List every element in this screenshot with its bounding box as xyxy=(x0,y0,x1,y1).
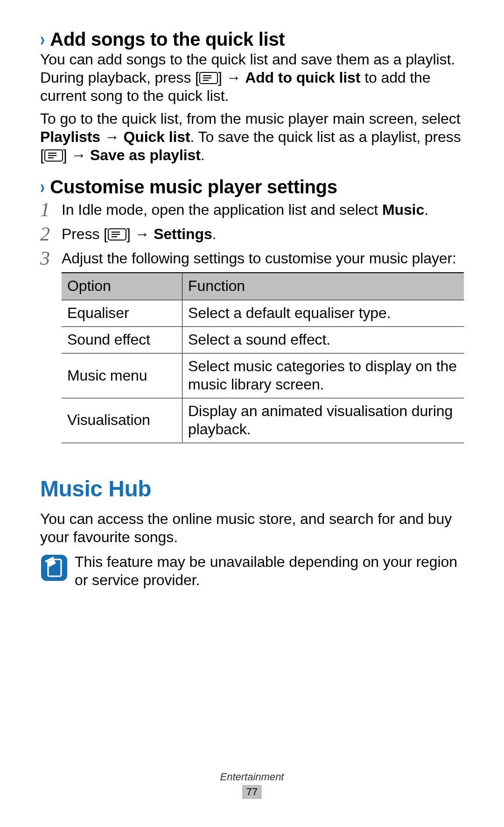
step-body: Press [] → Settings. xyxy=(62,223,216,243)
table-cell-function: Display an animated visualisation during… xyxy=(182,398,464,443)
table-row: Visualisation Display an animated visual… xyxy=(62,398,464,443)
footer-page-number: 77 xyxy=(242,785,262,799)
step-body: In Idle mode, open the application list … xyxy=(62,199,428,219)
menu-icon xyxy=(44,148,63,160)
text-bold: Quick list xyxy=(123,128,190,145)
text: → xyxy=(100,128,123,145)
text: To go to the quick list, from the music … xyxy=(40,110,460,127)
table-cell-option: Sound effect xyxy=(62,327,182,353)
settings-table: Option Function Equaliser Select a defau… xyxy=(62,272,464,443)
table-head-row: Option Function xyxy=(62,273,464,300)
text: ] → xyxy=(126,226,154,242)
text: Press [ xyxy=(62,226,108,242)
heading-music-hub: Music Hub xyxy=(40,476,464,502)
section-heading-quicklist: › Add songs to the quick list xyxy=(40,29,464,49)
steps-list: 1 In Idle mode, open the application lis… xyxy=(40,199,464,443)
text: ] → xyxy=(218,69,245,86)
table-row: Music menu Select music categories to di… xyxy=(62,353,464,398)
text-bold: Music xyxy=(382,201,424,218)
text-bold: Playlists xyxy=(40,128,100,145)
text-bold: Save as playlist xyxy=(90,147,201,163)
note-icon xyxy=(40,554,68,582)
chevron-icon: › xyxy=(40,177,45,196)
step-3: 3 Adjust the following settings to custo… xyxy=(40,247,464,443)
note-text: This feature may be unavailable dependin… xyxy=(75,553,464,589)
step-number: 2 xyxy=(40,223,62,244)
section-title: Add songs to the quick list xyxy=(50,29,285,49)
table-cell-option: Music menu xyxy=(62,353,182,398)
chevron-icon: › xyxy=(40,30,45,49)
text: Adjust the following settings to customi… xyxy=(62,250,456,267)
text: . xyxy=(424,201,428,218)
table-head-option: Option xyxy=(62,273,182,300)
musichub-paragraph: You can access the online music store, a… xyxy=(40,510,464,546)
text-bold: Add to quick list xyxy=(245,69,360,86)
step-1: 1 In Idle mode, open the application lis… xyxy=(40,199,464,219)
step-body: Adjust the following settings to customi… xyxy=(62,247,464,443)
text: ] → xyxy=(63,147,90,163)
table-cell-function: Select music categories to display on th… xyxy=(182,353,464,398)
table-row: Sound effect Select a sound effect. xyxy=(62,327,464,353)
step-2: 2 Press [] → Settings. xyxy=(40,223,464,244)
footer-category: Entertainment xyxy=(0,771,504,783)
quicklist-paragraph-2: To go to the quick list, from the music … xyxy=(40,110,464,164)
page-footer: Entertainment 77 xyxy=(0,771,504,799)
table-cell-option: Visualisation xyxy=(62,398,182,443)
section-heading-customise: › Customise music player settings xyxy=(40,177,464,197)
table-row: Equaliser Select a default equaliser typ… xyxy=(62,300,464,326)
text: . xyxy=(212,226,217,242)
quicklist-paragraph-1: You can add songs to the quick list and … xyxy=(40,50,464,105)
text-bold: Settings xyxy=(154,226,212,242)
text: . xyxy=(201,147,205,163)
step-number: 3 xyxy=(40,247,62,268)
table-cell-option: Equaliser xyxy=(62,300,182,326)
text: In Idle mode, open the application list … xyxy=(62,201,382,218)
table-head-function: Function xyxy=(182,273,464,300)
step-number: 1 xyxy=(40,199,62,219)
table-cell-function: Select a sound effect. xyxy=(182,327,464,353)
note-block: This feature may be unavailable dependin… xyxy=(40,553,464,589)
section-title: Customise music player settings xyxy=(50,177,337,197)
manual-page: › Add songs to the quick list You can ad… xyxy=(0,0,504,589)
menu-icon xyxy=(199,70,218,82)
menu-icon xyxy=(108,226,126,239)
table-cell-function: Select a default equaliser type. xyxy=(182,300,464,326)
